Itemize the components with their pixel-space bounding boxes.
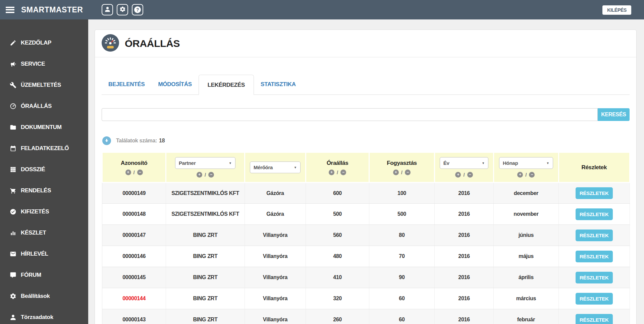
sidebar-item-torzsadatok[interactable]: Törzsadatok [0, 311, 88, 324]
tab-bejelentes[interactable]: BEJELENTÉS [102, 74, 151, 94]
search-input[interactable] [102, 108, 598, 121]
cell-oraallas: 320 [306, 288, 369, 309]
cell-reszletek: RÉSZLETEK [558, 309, 630, 324]
tab-bar: BEJELENTÉSMÓDOSÍTÁSLEKÉRDEZÉSSTATISZTIKA [102, 75, 630, 95]
cell-honap: május [494, 246, 558, 267]
column-label: Azonosító [104, 160, 164, 167]
cell-oraallas: 600 [306, 183, 369, 204]
sort-ascending-button[interactable]: + [393, 170, 399, 175]
table-row: 00000145 BING ZRT Villanyóra 410 90 2016… [102, 267, 630, 288]
cell-meroora: Villanyóra [245, 225, 306, 246]
cell-oraallas: 560 [306, 225, 369, 246]
details-button[interactable]: RÉSZLETEK [576, 272, 612, 283]
column-header-month: Hónap▼+/− [494, 152, 558, 183]
user-icon [104, 6, 111, 14]
sidebar-item-kezdolap[interactable]: KEZDŐLAP [0, 36, 88, 50]
cell-oraallas: 480 [306, 246, 369, 267]
cell-ev: 2016 [434, 183, 493, 204]
cell-reszletek: RÉSZLETEK [558, 246, 630, 267]
sort-ascending-button[interactable]: + [455, 172, 461, 178]
logout-button[interactable]: KILÉPÉS [602, 5, 631, 15]
cell-honap: március [494, 288, 558, 309]
sort-ascending-button[interactable]: + [329, 170, 334, 175]
gear-icon [9, 293, 16, 300]
sort-ascending-button[interactable]: + [517, 172, 523, 178]
details-button[interactable]: RÉSZLETEK [576, 208, 612, 220]
sidebar-item-rendeles[interactable]: RENDELÉS [0, 184, 88, 197]
sidebar-item-label: FÓRUM [21, 272, 41, 278]
sort-descending-button[interactable]: − [529, 172, 535, 178]
details-button[interactable]: RÉSZLETEK [576, 293, 612, 305]
cell-fogyasztas: 70 [369, 246, 434, 267]
sort-ascending-button[interactable]: + [125, 170, 131, 175]
sidebar-item-service[interactable]: SERVICE [0, 57, 88, 71]
cell-fogyasztas: 90 [369, 267, 434, 288]
results-count: 18 [159, 138, 165, 144]
cell-azonosito: 00000145 [102, 267, 166, 288]
check-circle-icon [9, 208, 16, 215]
cell-oraallas: 260 [306, 309, 369, 324]
year-filter-select[interactable]: Év▼ [440, 157, 488, 169]
table-row: 00000143 BING ZRT Villanyóra 260 60 2016… [102, 309, 630, 324]
grid-icon [9, 166, 16, 173]
cell-reszletek: RÉSZLETEK [558, 183, 630, 204]
sidebar-item-hirlevel[interactable]: HÍRLEVÉL [0, 247, 88, 261]
details-button[interactable]: RÉSZLETEK [576, 251, 612, 262]
details-button[interactable]: RÉSZLETEK [576, 230, 612, 241]
sidebar-item-dosszie[interactable]: DOSSZIÉ [0, 163, 88, 176]
sidebar-item-kifizetes[interactable]: KIFIZETÉS [0, 205, 88, 218]
sidebar-item-uzemeltetes[interactable]: ÜZEMELTETÉS [0, 78, 88, 92]
sort-descending-button[interactable]: − [208, 172, 214, 178]
sidebar-item-keszlet[interactable]: KÉSZLET [0, 226, 88, 240]
cell-oraallas: 500 [306, 204, 369, 225]
sidebar-item-forum[interactable]: FÓRUM [0, 268, 88, 282]
sort-descending-button[interactable]: − [340, 170, 346, 175]
details-button[interactable]: RÉSZLETEK [576, 187, 612, 199]
sort-descending-button[interactable]: − [405, 170, 411, 175]
bar-chart-icon [9, 230, 16, 237]
cell-honap: december [494, 183, 558, 204]
gear-button[interactable] [117, 4, 128, 15]
hamburger-icon[interactable] [6, 7, 14, 13]
wrench-icon [9, 82, 16, 89]
sort-descending-button[interactable]: − [137, 170, 143, 175]
user-icon [9, 314, 16, 321]
cell-fogyasztas: 60 [369, 288, 434, 309]
user-button[interactable] [102, 4, 113, 15]
partner-filter-select[interactable]: Partner▼ [175, 157, 235, 169]
search-button[interactable]: KERESÉS [598, 108, 630, 121]
help-button[interactable]: ? [132, 4, 143, 15]
tab-modositas[interactable]: MÓDOSÍTÁS [151, 74, 198, 94]
content-panel: ÓRAÁLLÁS BEJELENTÉSMÓDOSÍTÁSLEKÉRDEZÉSST… [95, 29, 637, 324]
cell-fogyasztas: 60 [369, 309, 434, 324]
sidebar-item-label: ÓRAÁLLÁS [21, 103, 52, 110]
caret-down-icon: ▼ [482, 161, 485, 165]
cell-partner: BING ZRT [166, 246, 245, 267]
top-bar: SMARTMASTER ? KILÉPÉS [0, 0, 644, 19]
caret-down-icon: ▼ [294, 166, 297, 169]
tab-lekerdezes[interactable]: LEKÉRDEZÉS [199, 75, 254, 95]
cell-meroora: Villanyóra [245, 267, 306, 288]
meter-filter-select[interactable]: Mérőóra▼ [250, 161, 301, 173]
table-row: 00000146 BING ZRT Villanyóra 480 70 2016… [102, 246, 630, 267]
cell-partner: BING ZRT [166, 267, 245, 288]
details-button[interactable]: RÉSZLETEK [576, 314, 612, 324]
month-filter-select[interactable]: Hónap▼ [499, 157, 553, 169]
sidebar-item-oraallas[interactable]: ÓRAÁLLÁS [0, 100, 88, 113]
arrow-down-circle-icon[interactable] [102, 136, 111, 145]
topbar-icon-group: ? [102, 4, 143, 15]
sort-descending-button[interactable]: − [467, 172, 473, 178]
cell-honap: november [494, 204, 558, 225]
sidebar-item-beallitasok[interactable]: Beállítások [0, 289, 88, 303]
sort-ascending-button[interactable]: + [197, 172, 202, 178]
column-header-meter: Mérőóra▼ [245, 152, 306, 183]
cell-partner: BING ZRT [166, 309, 245, 324]
column-header-year: Év▼+/− [434, 152, 493, 183]
sidebar-item-feladatkezelo[interactable]: FELADATKEZELŐ [0, 142, 88, 155]
comment-icon [9, 272, 16, 279]
gauge-icon [9, 103, 16, 110]
column-header-partner: Partner▼+/− [166, 152, 245, 183]
tab-statisztika[interactable]: STATISZTIKA [254, 74, 303, 94]
folder-icon [9, 124, 16, 131]
sidebar-item-dokumentum[interactable]: DOKUMENTUM [0, 121, 88, 134]
